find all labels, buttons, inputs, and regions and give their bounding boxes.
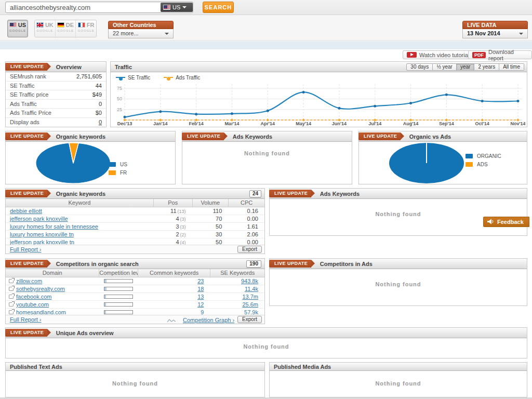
full-report-link[interactable]: Full Report › (10, 246, 42, 252)
range-button-all-time[interactable]: All time (499, 63, 524, 71)
keyword-link[interactable]: luxury homes knoxville tn (10, 231, 74, 237)
se-keywords-link[interactable]: 13.7m (242, 294, 258, 300)
tab-google-de[interactable]: DE GOOGLE (56, 20, 76, 38)
download-report-button[interactable]: PDF Download report (468, 50, 532, 59)
empty-state-text: Nothing found (270, 281, 527, 287)
domain-link[interactable]: sothebysrealty.com (16, 286, 65, 292)
overview-row-value[interactable]: 0 (99, 118, 102, 127)
common-keywords-link[interactable]: 12 (197, 301, 204, 308)
external-link-icon[interactable] (9, 302, 14, 307)
legend-item: US (109, 162, 127, 167)
domain-link[interactable]: facebook.com (16, 294, 51, 300)
us-flag-icon (9, 22, 17, 28)
overview-row: Ads Traffic Price$0 (6, 109, 106, 118)
data-point (159, 110, 162, 113)
count-badge[interactable]: 24 (249, 190, 261, 197)
panel-title: Competitors in organic search (50, 259, 139, 269)
competition-level-fill (104, 311, 106, 314)
x-tick-label: Aug'14 (403, 121, 419, 126)
domain-link[interactable]: zillow.com (16, 278, 42, 284)
pdf-icon: PDF (472, 52, 486, 58)
tab-sub-label: GOOGLE (8, 29, 28, 32)
feedback-button[interactable]: Feedback (483, 217, 529, 227)
domain-cell: youtube.com (6, 301, 99, 308)
tab-google-us[interactable]: US GOOGLE (7, 20, 28, 37)
x-tick-label: Jan'14 (153, 121, 168, 126)
full-report-link[interactable]: Full Report › (10, 316, 42, 323)
overview-row: SEMrush rank2,751,605 (6, 72, 106, 82)
competition-level-bar (104, 302, 133, 307)
export-button[interactable]: Export (237, 246, 262, 253)
x-tick-label: May'14 (296, 121, 311, 126)
external-link-icon[interactable] (9, 279, 14, 283)
range-button--year[interactable]: ½ year (433, 63, 457, 71)
se-keywords-link[interactable]: 943.8k (241, 278, 258, 284)
cpc-cell: 1.61 (228, 223, 264, 230)
other-countries-block: Other Countries 22 more... (108, 21, 174, 38)
export-button[interactable]: Export (237, 316, 262, 323)
pos-value: 3 (176, 223, 179, 230)
live-update-badge: LIVE UPDATE (269, 190, 311, 197)
se-keywords-cell: 11.4k (210, 285, 264, 292)
legend-label: US (120, 162, 127, 167)
keyword-link[interactable]: jefferson park knoxville (10, 216, 68, 222)
external-link-icon[interactable] (9, 295, 14, 299)
table-row: jefferson park knoxville4(3)700.00 (6, 215, 264, 223)
empty-state-text: Nothing found (6, 343, 527, 350)
organic-keywords-pie-chart (34, 142, 112, 184)
domain-input[interactable] (6, 3, 159, 12)
legend-marker (116, 77, 125, 78)
feedback-label: Feedback (497, 219, 524, 225)
column-header-keyword: Keyword (6, 199, 153, 207)
table-row: sothebysrealty.com1811.4k (6, 285, 264, 293)
live-update-badge: LIVE UPDATE (269, 260, 311, 268)
common-keywords-link[interactable]: 23 (197, 278, 204, 284)
pos-cell: 3(3) (153, 223, 192, 230)
live-update-badge: LIVE UPDATE (5, 132, 47, 140)
live-data-dropdown[interactable]: 13 Nov 2014 (462, 29, 528, 38)
chevron-down-icon (519, 33, 523, 35)
se-keywords-link[interactable]: 25.6m (242, 301, 258, 308)
external-link-icon[interactable] (9, 310, 14, 314)
se-keywords-link[interactable]: 11.4k (245, 286, 258, 292)
legend-swatch (466, 154, 473, 158)
graph-wave-icon (167, 318, 176, 323)
region-dropdown-value: US (172, 4, 180, 10)
range-button-year[interactable]: year (457, 63, 474, 71)
country-tabs-bar: US GOOGLE UK GOOGLE DE GOOGLE FR GOOGLE … (0, 15, 532, 41)
competition-graph-link[interactable]: Competition Graph › (183, 317, 234, 323)
competition-level-fill (104, 295, 106, 298)
table-row: facebook.com1313.7m (6, 293, 264, 301)
x-tick-label: Feb'14 (189, 121, 204, 126)
pos-prev-value: (2) (180, 232, 186, 237)
range-button-30-days[interactable]: 30 days (406, 63, 433, 71)
common-keywords-cell: 23 (138, 277, 210, 285)
overview-row-label: SEMrush rank (10, 72, 46, 81)
external-link-icon[interactable] (9, 287, 14, 291)
range-button-2-years[interactable]: 2 years (474, 63, 499, 71)
search-button[interactable]: SEARCH (203, 2, 234, 13)
other-countries-dropdown[interactable]: 22 more... (108, 29, 174, 38)
chevron-down-icon (182, 6, 187, 8)
watch-video-tutorial-button[interactable]: Watch video tutorial (403, 50, 473, 59)
common-keywords-link[interactable]: 13 (197, 294, 204, 300)
keyword-link[interactable]: debbie elliott (10, 208, 42, 214)
pos-cell: 2(2) (153, 231, 192, 238)
empty-state-text: Nothing found (6, 380, 264, 387)
overview-rows: SEMrush rank2,751,605SE Traffic44SE Traf… (6, 72, 106, 127)
overview-row-value: 2,751,605 (76, 72, 102, 81)
overview-row-label: SE Traffic price (10, 90, 48, 99)
pos-prev-value: (13) (178, 209, 186, 214)
tab-google-fr[interactable]: FR GOOGLE (76, 20, 96, 38)
panel-title: Traffic (111, 62, 132, 72)
region-dropdown[interactable]: US (161, 3, 193, 12)
count-badge[interactable]: 190 (246, 260, 261, 268)
common-keywords-link[interactable]: 18 (197, 286, 204, 292)
domain-link[interactable]: youtube.com (16, 301, 49, 308)
tab-google-uk[interactable]: UK GOOGLE (35, 20, 56, 38)
legend-label: SE Traffic (128, 75, 150, 81)
organic-vs-ads-panel: LIVE UPDATE Organic vs Ads ORGANICADS (358, 131, 527, 184)
tab-code: US (18, 22, 26, 28)
keyword-link[interactable]: luxury homes for sale in tennessee (10, 223, 98, 230)
competition-level-fill (104, 303, 106, 306)
